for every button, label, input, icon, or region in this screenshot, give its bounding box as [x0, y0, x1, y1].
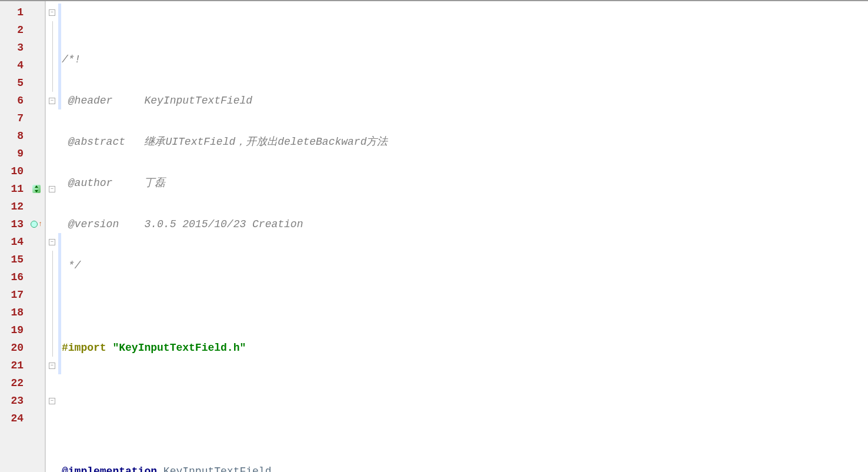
line-number[interactable]: 22	[2, 374, 24, 392]
fold-guide	[52, 286, 53, 304]
line-number[interactable]: 14	[2, 233, 24, 251]
line-number[interactable]: 2	[2, 21, 24, 39]
gutter: 1 2 3 4 5 6 7 8 9 10 11 12 13 14 15 16 1…	[0, 1, 45, 472]
fold-toggle-icon[interactable]: −	[49, 363, 55, 369]
import-directive: #import	[62, 342, 112, 354]
fold-toggle-icon[interactable]: −	[49, 9, 55, 16]
fold-guide	[52, 251, 53, 268]
fold-guide	[52, 268, 53, 286]
selection-strip	[58, 4, 61, 109]
override-marker-icon[interactable]	[31, 221, 38, 228]
fold-guide	[52, 39, 53, 56]
fold-toggle-icon[interactable]: −	[49, 239, 55, 245]
class-name: KeyInputTextField	[157, 466, 271, 472]
fold-toggle-icon[interactable]: −	[49, 98, 55, 104]
line-number[interactable]: 19	[2, 321, 24, 339]
line-number[interactable]: 6	[2, 92, 24, 109]
navigate-implementation-icon[interactable]	[32, 185, 41, 193]
up-arrow-icon: ↑	[38, 220, 42, 228]
line-number[interactable]: 18	[2, 304, 24, 321]
keyword-implementation: @implementation	[62, 466, 157, 472]
line-number[interactable]: 13	[2, 215, 24, 233]
line-number[interactable]: 15	[2, 251, 24, 268]
line-number[interactable]: 3	[2, 39, 24, 56]
comment-text: @header KeyInputTextField	[62, 95, 252, 107]
comment-text: @version 3.0.5 2015/10/23 Creation	[62, 218, 303, 230]
line-number[interactable]: 16	[2, 268, 24, 286]
line-number[interactable]: 1	[2, 4, 24, 21]
fold-guide	[52, 21, 53, 39]
line-number[interactable]: 7	[2, 109, 24, 127]
fold-guide	[52, 56, 53, 74]
line-number[interactable]: 4	[2, 56, 24, 74]
import-file: "KeyInputTextField.h"	[112, 342, 246, 354]
code-editor: 1 2 3 4 5 6 7 8 9 10 11 12 13 14 15 16 1…	[0, 0, 868, 472]
comment-text: /*!	[62, 54, 81, 65]
line-number[interactable]: 8	[2, 127, 24, 145]
fold-toggle-icon[interactable]: −	[49, 186, 55, 192]
line-number[interactable]: 11	[2, 180, 24, 198]
fold-guide	[52, 304, 53, 321]
annotation-column: ↑	[28, 1, 45, 472]
line-number[interactable]: 5	[2, 74, 24, 92]
comment-text: @author 丁磊	[62, 177, 165, 189]
selection-strip	[58, 233, 61, 374]
fold-toggle-icon[interactable]: −	[49, 398, 55, 404]
line-number[interactable]: 20	[2, 339, 24, 357]
line-number[interactable]: 10	[2, 162, 24, 180]
code-area[interactable]: /*! @header KeyInputTextField @abstract …	[58, 1, 868, 472]
line-number[interactable]: 24	[2, 410, 24, 427]
comment-text: */	[62, 260, 81, 271]
comment-text: @abstract 继承UITextField，开放出deleteBackwar…	[62, 136, 388, 148]
fold-guide	[52, 339, 53, 357]
line-number[interactable]: 9	[2, 145, 24, 162]
fold-guide	[52, 74, 53, 92]
line-number[interactable]: 17	[2, 286, 24, 304]
line-number[interactable]: 21	[2, 357, 24, 374]
line-number[interactable]: 12	[2, 198, 24, 215]
fold-column: − − − − − −	[45, 1, 58, 472]
line-number[interactable]: 23	[2, 392, 24, 410]
line-number-column: 1 2 3 4 5 6 7 8 9 10 11 12 13 14 15 16 1…	[0, 1, 28, 472]
fold-guide	[52, 321, 53, 339]
